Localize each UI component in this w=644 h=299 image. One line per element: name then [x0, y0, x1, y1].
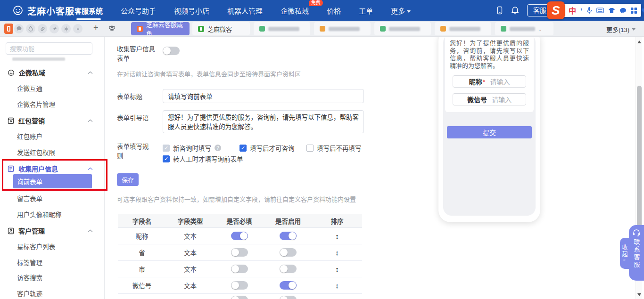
- sort-handle-icon[interactable]: ↕: [335, 232, 339, 240]
- chevron-up-icon[interactable]: [88, 166, 93, 171]
- sort-handle-icon[interactable]: ↕: [335, 265, 339, 273]
- sidebar-item-liuyan-biaodan[interactable]: 留言表单: [17, 193, 42, 204]
- brand-logo[interactable]: 芝麻小客服: [12, 0, 74, 21]
- scroll-up-arrow[interactable]: [637, 40, 641, 43]
- checkbox-new-consult[interactable]: [163, 145, 170, 152]
- form-title-input[interactable]: [163, 89, 364, 103]
- nav-item-kefu-system[interactable]: 客服系统: [74, 6, 103, 16]
- enabled-toggle[interactable]: [280, 232, 297, 240]
- sidebar-item-avatar-nickname[interactable]: 用户头像和昵称: [17, 209, 62, 220]
- rule-no-refill: 填写后不再填写: [306, 143, 362, 153]
- preview-form-card: 您好！为了提供更优质的服务，咨询前，请先填写以下信息，帮助客服人员更快速精准的为…: [445, 34, 534, 112]
- tab-redacted-2[interactable]: [314, 22, 371, 35]
- mobile-icon[interactable]: [496, 6, 504, 15]
- help-icon[interactable]: ?: [215, 145, 221, 151]
- sidebar-item-customer-track[interactable]: 客户轨迹: [17, 288, 42, 299]
- scroll-down-arrow[interactable]: [637, 293, 641, 296]
- sidebar-section-customer-mgmt[interactable]: 客户管理: [8, 225, 45, 237]
- clipped-menu-item[interactable]: [12, 57, 65, 61]
- preview-wechat-field[interactable]: 微信号 请输入: [453, 93, 526, 105]
- enabled-toggle[interactable]: [280, 265, 297, 273]
- tab-redacted-1[interactable]: [254, 22, 310, 35]
- chevron-up-icon[interactable]: [88, 228, 93, 234]
- ime-grid-icon[interactable]: [631, 8, 637, 14]
- nav-item-gongzhonghao[interactable]: 公众号助手: [121, 6, 156, 16]
- nav-item-more[interactable]: 更多: [391, 6, 411, 16]
- required-toggle[interactable]: [231, 232, 248, 240]
- sidebar-item-qiwei-mingpian[interactable]: 企微名片管理: [17, 98, 55, 110]
- nav-item-shipinhao[interactable]: 视频号小店: [174, 6, 209, 16]
- submit-button[interactable]: 提交: [447, 126, 532, 138]
- sidebar-item-hongbao-zhanghu[interactable]: 红包账户: [17, 130, 42, 142]
- sidebar-item-xunqian-biaodan[interactable]: 询前表单: [13, 174, 92, 188]
- preview-nickname-field[interactable]: 昵称* 请输入: [453, 75, 526, 88]
- more-tabs-button[interactable]: 更多(13): [606, 25, 636, 34]
- smiley-logo-icon: [12, 5, 24, 16]
- search-input[interactable]: [10, 45, 93, 52]
- fill-rules-label: 表单填写规则: [117, 142, 150, 161]
- ime-skin-icon[interactable]: [608, 8, 615, 14]
- save-button[interactable]: 保存: [117, 173, 139, 186]
- sidebar-section-collect-info[interactable]: 收集用户信息: [8, 162, 58, 175]
- ime-mic-icon[interactable]: [586, 7, 592, 14]
- ime-lang-chinese[interactable]: 中: [569, 5, 576, 16]
- asterisk-icon[interactable]: [61, 24, 71, 33]
- tab-redacted-4[interactable]: [435, 22, 491, 35]
- sidebar-section-hongbao[interactable]: 红包营销: [8, 114, 45, 127]
- rule-manual-transfer: 转人工时才填写询前表单: [163, 154, 243, 163]
- ime-toolbar[interactable]: S 中 ’: [554, 4, 641, 17]
- tab-zhima-yun-kefu[interactable]: 芝麻云客服咸鱼: [131, 22, 190, 35]
- chat-bubble-icon[interactable]: [14, 24, 24, 33]
- required-toggle[interactable]: [231, 265, 248, 273]
- bell-icon[interactable]: [511, 6, 519, 15]
- checkbox-no-refill[interactable]: [306, 145, 314, 152]
- sidebar-item-starred-customers[interactable]: 星标客户列表: [17, 241, 55, 252]
- tab-settings-icon[interactable]: [108, 25, 116, 33]
- person-icon: [8, 227, 14, 234]
- collapse-button[interactable]: 收起 »: [620, 238, 629, 269]
- nav-item-ticket[interactable]: 工单: [359, 6, 373, 16]
- form-guide-textarea[interactable]: 您好！为了提供更优质的服务，咨询前，请先填写以下信息，帮助客服人员更快速精准的为…: [163, 110, 364, 133]
- app-launcher-icon[interactable]: [4, 24, 13, 34]
- checkbox-manual-transfer[interactable]: [163, 155, 170, 162]
- required-toggle[interactable]: [231, 248, 248, 257]
- nav-item-qiwei[interactable]: 企微私域免费: [281, 6, 309, 16]
- contact-support-button[interactable]: 联系客服: [629, 225, 644, 281]
- sidebar-item-tag-mgmt[interactable]: 标签管理: [17, 257, 42, 268]
- sort-handle-icon[interactable]: ↕: [335, 249, 339, 257]
- required-toggle[interactable]: [231, 296, 248, 299]
- ime-settings-icon[interactable]: [641, 7, 644, 14]
- form-preview-phone: 您好！为了提供更优质的服务，咨询前，请先填写以下信息，帮助客服人员更快速精准的为…: [438, 29, 540, 222]
- add-tab-icon[interactable]: +: [93, 23, 99, 33]
- sidebar-item-visitor-search[interactable]: 访客搜索: [17, 272, 42, 283]
- nav-item-robot[interactable]: 机器人管理: [227, 6, 263, 16]
- sidebar-item-fasong-hongbao[interactable]: 发送红包权限: [17, 146, 55, 158]
- ime-keyboard-icon[interactable]: [596, 8, 604, 13]
- ime-punctuation-icon[interactable]: ’: [580, 7, 582, 15]
- scrollbar-thumb[interactable]: [637, 86, 642, 239]
- link-icon[interactable]: [38, 24, 47, 33]
- sidebar-item-qiwei-hutong[interactable]: 企微互通: [17, 82, 42, 94]
- pin-icon[interactable]: [50, 24, 59, 33]
- sidebar-section-qiwei-siyu[interactable]: 企微私域: [8, 66, 45, 79]
- required-toggle[interactable]: [231, 281, 248, 290]
- tab-zhima-weike[interactable]: 芝麻微客: [192, 22, 250, 35]
- ime-chat-icon[interactable]: [619, 8, 627, 14]
- sidebar-search[interactable]: [6, 42, 92, 55]
- gear-circle-icon[interactable]: [73, 24, 83, 33]
- tab-redacted-5[interactable]: ..: [495, 22, 553, 35]
- droplet-icon[interactable]: [26, 24, 35, 33]
- tab-redacted-3[interactable]: [374, 22, 431, 35]
- chevron-up-icon[interactable]: [88, 118, 93, 123]
- orange-dot-icon: [320, 26, 325, 32]
- enabled-toggle[interactable]: [280, 296, 297, 299]
- table-row: 省 文本 ↕: [118, 244, 362, 261]
- sogou-ime-icon[interactable]: S: [547, 1, 565, 19]
- collect-info-toggle[interactable]: [163, 47, 180, 55]
- enabled-toggle[interactable]: [280, 281, 297, 290]
- enabled-toggle[interactable]: [280, 248, 297, 257]
- nav-item-price[interactable]: 价格: [327, 6, 341, 16]
- chevron-up-icon[interactable]: [88, 70, 93, 75]
- checkbox-fill-before-consult[interactable]: [239, 145, 247, 152]
- sort-handle-icon[interactable]: ↕: [335, 282, 339, 290]
